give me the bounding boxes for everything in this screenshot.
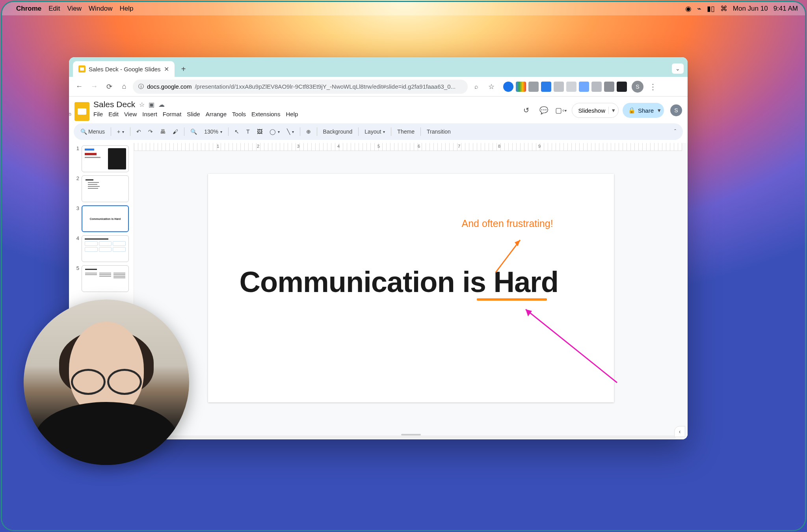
- menu-edit[interactable]: Edit: [48, 5, 60, 13]
- cloud-status-icon[interactable]: ☁: [158, 101, 165, 108]
- account-button[interactable]: S: [670, 104, 682, 116]
- find-button[interactable]: ⌕: [470, 80, 483, 93]
- chrome-tabstrip: Sales Deck - Google Slides ✕ + ⌄: [69, 57, 688, 77]
- slide-thumb[interactable]: [82, 235, 129, 262]
- slide-thumb[interactable]: Communication is Hard: [82, 205, 129, 232]
- menu-tools[interactable]: Tools: [232, 111, 246, 117]
- new-tab-button[interactable]: +: [178, 63, 190, 75]
- nav-home-button[interactable]: ⌂: [118, 80, 130, 93]
- slide-thumb-row[interactable]: 4: [74, 235, 130, 262]
- extension-icon[interactable]: [579, 82, 589, 92]
- menu-help[interactable]: Help: [286, 111, 298, 117]
- tab-close-icon[interactable]: ✕: [164, 65, 169, 73]
- omnibox[interactable]: ⓘ docs.google.com/presentation/d/1xxA8u9…: [133, 80, 468, 94]
- extension-icon[interactable]: [503, 82, 513, 92]
- nav-forward-button[interactable]: →: [88, 80, 100, 93]
- slideshow-dropdown-icon[interactable]: ▾: [608, 107, 615, 114]
- meet-button[interactable]: ▢◦▾: [554, 104, 568, 117]
- menu-help[interactable]: Help: [120, 5, 134, 13]
- wifi-icon[interactable]: ⌁: [697, 4, 701, 13]
- scrollbar-horizontal[interactable]: [142, 435, 676, 439]
- menubar-date[interactable]: Mon Jun 10: [733, 5, 768, 13]
- mac-menubar: Chrome Edit View Window Help ◉ ⌁ ▮▯ ⌘ Mo…: [2, 2, 805, 15]
- battery-icon[interactable]: ▮▯: [707, 4, 715, 13]
- site-info-icon[interactable]: ⓘ: [138, 83, 144, 90]
- zoom-fit-button[interactable]: 🔍: [188, 127, 200, 136]
- undo-button[interactable]: ↶: [134, 127, 144, 136]
- extension-icon[interactable]: [528, 82, 539, 92]
- slide-thumb[interactable]: [82, 175, 129, 202]
- app-menu[interactable]: Chrome: [16, 5, 41, 13]
- tab-search-button[interactable]: ⌄: [672, 63, 684, 74]
- toolbar-collapse-icon[interactable]: ˆ: [671, 127, 679, 136]
- menu-arrange[interactable]: Arrange: [206, 111, 227, 117]
- menu-view[interactable]: View: [124, 111, 137, 117]
- canvas-area[interactable]: 1 2 3 4 5 6 7 8 9 Communic: [134, 143, 688, 439]
- control-center-icon[interactable]: ⌘: [720, 4, 727, 13]
- zoom-level[interactable]: 130%▾: [201, 127, 225, 136]
- share-dropdown-icon[interactable]: ▾: [656, 107, 661, 114]
- underline-annotation: [477, 298, 547, 301]
- redo-button[interactable]: ↷: [145, 127, 156, 136]
- menubar-time[interactable]: 9:41 AM: [774, 5, 798, 13]
- menu-edit[interactable]: Edit: [108, 111, 119, 117]
- url-path: /presentation/d/1xxA8u9pZlEV8AO9lr-9Ctf8…: [195, 83, 456, 90]
- comment-tool[interactable]: ⊕: [303, 127, 314, 136]
- menu-extensions[interactable]: Extensions: [251, 111, 280, 117]
- lock-icon: 🔒: [628, 107, 636, 114]
- extension-icons: [503, 82, 627, 92]
- comments-button[interactable]: 💬: [537, 104, 550, 117]
- star-icon[interactable]: ☆: [139, 101, 145, 108]
- slide-thumb-row[interactable]: 5: [74, 265, 130, 292]
- transition-button[interactable]: Transition: [424, 127, 454, 136]
- chrome-tab[interactable]: Sales Deck - Google Slides ✕: [73, 61, 175, 77]
- slide-thumb[interactable]: [82, 265, 129, 292]
- slide-thumb-row[interactable]: 3 Communication is Hard: [74, 205, 130, 232]
- slide-thumb[interactable]: [82, 145, 129, 172]
- chrome-profile-button[interactable]: S: [632, 81, 643, 93]
- history-button[interactable]: ↺: [520, 104, 533, 117]
- slides-logo-icon[interactable]: [74, 102, 89, 121]
- arrow-magenta-icon: [519, 304, 621, 387]
- menu-file[interactable]: File: [93, 111, 103, 117]
- share-button[interactable]: 🔒 Share ▾: [623, 103, 664, 118]
- extension-icon[interactable]: [566, 82, 576, 92]
- extension-icon[interactable]: [591, 82, 602, 92]
- slide-thumb-row[interactable]: 2: [74, 175, 130, 202]
- slide-canvas[interactable]: Communication is Hard And often frustrat…: [208, 174, 614, 402]
- extension-icon[interactable]: [516, 82, 526, 92]
- menu-window[interactable]: Window: [89, 5, 112, 13]
- chrome-menu-button[interactable]: ⋮: [649, 82, 657, 91]
- layout-button[interactable]: Layout▾: [362, 127, 388, 136]
- screen-record-icon[interactable]: ◉: [685, 4, 692, 13]
- menu-slide[interactable]: Slide: [187, 111, 200, 117]
- extension-icon[interactable]: [554, 82, 564, 92]
- ruler-horizontal: 1 2 3 4 5 6 7 8 9: [134, 143, 682, 151]
- slideshow-button[interactable]: Slideshow ▾: [572, 103, 619, 118]
- extension-icon[interactable]: [617, 82, 627, 92]
- line-tool[interactable]: ╲▾: [284, 127, 297, 136]
- webcam-bubble[interactable]: [24, 299, 189, 465]
- explore-button[interactable]: ‹: [674, 426, 685, 437]
- menu-view[interactable]: View: [67, 5, 82, 13]
- textbox-tool[interactable]: T: [244, 127, 253, 136]
- background-button[interactable]: Background: [320, 127, 355, 136]
- search-menus[interactable]: 🔍 Menus: [78, 127, 108, 136]
- theme-button[interactable]: Theme: [394, 127, 417, 136]
- move-icon[interactable]: ▣: [149, 101, 154, 108]
- bookmark-button[interactable]: ☆: [485, 80, 498, 93]
- menu-insert[interactable]: Insert: [142, 111, 157, 117]
- slide-thumb-row[interactable]: 1 ⌾: [74, 145, 130, 172]
- shape-tool[interactable]: ◯▾: [267, 127, 283, 136]
- menu-format[interactable]: Format: [163, 111, 182, 117]
- nav-reload-button[interactable]: ⟳: [103, 80, 115, 93]
- extension-icon[interactable]: [604, 82, 614, 92]
- new-slide-button[interactable]: +▾: [114, 127, 127, 136]
- print-button[interactable]: 🖶: [157, 127, 168, 136]
- nav-back-button[interactable]: ←: [73, 80, 86, 93]
- paint-format-button[interactable]: 🖌: [170, 127, 181, 136]
- select-tool[interactable]: ↖: [232, 127, 242, 136]
- image-tool[interactable]: 🖼: [254, 127, 265, 136]
- doc-title[interactable]: Sales Deck: [93, 100, 135, 109]
- extension-icon[interactable]: [541, 82, 551, 92]
